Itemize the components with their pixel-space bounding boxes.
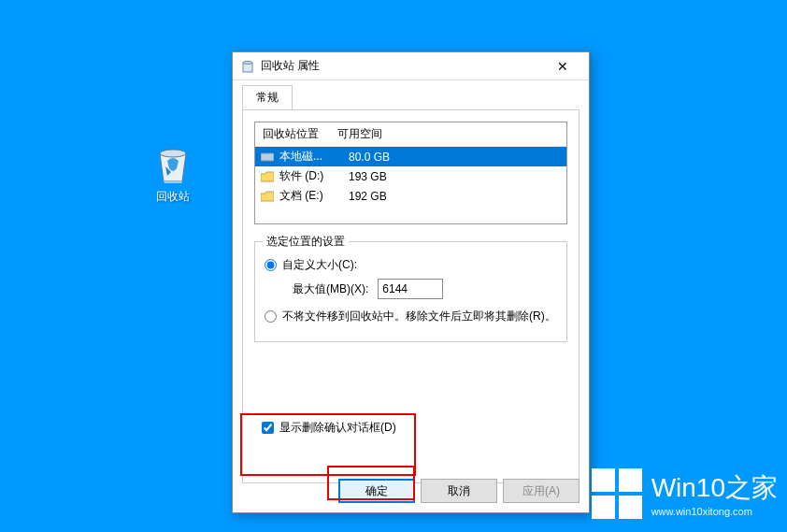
row-name: 本地磁...: [279, 149, 349, 165]
location-list[interactable]: 回收站位置 可用空间 本地磁... 80.0 GB 软件 (D:) 193 GB…: [254, 122, 567, 224]
watermark: Win10之家 www.win10xitong.com: [592, 468, 778, 519]
dialog-title: 回收站 属性: [261, 58, 544, 74]
list-row[interactable]: 本地磁... 80.0 GB: [255, 147, 566, 166]
list-row[interactable]: 软件 (D:) 193 GB: [255, 166, 566, 186]
header-location: 回收站位置: [255, 122, 330, 146]
radio-custom-size-label: 自定义大小(C):: [282, 257, 357, 273]
svg-point-0: [160, 150, 186, 157]
svg-point-2: [243, 61, 252, 64]
max-size-input[interactable]: [378, 279, 443, 299]
desktop-icon-recycle-bin[interactable]: 回收站: [140, 140, 206, 205]
watermark-title: Win10之家: [651, 470, 778, 506]
drive-icon: [261, 151, 274, 163]
row-space: 80.0 GB: [349, 151, 561, 164]
close-button[interactable]: ✕: [544, 59, 581, 74]
radio-direct-delete[interactable]: 不将文件移到回收站中。移除文件后立即将其删除(R)。: [265, 309, 557, 324]
highlight-box-ok: [327, 466, 415, 500]
apply-button[interactable]: 应用(A): [503, 479, 580, 503]
row-name: 文档 (E:): [279, 188, 349, 204]
recycle-bin-icon: [150, 140, 195, 185]
windows-logo-icon: [592, 468, 642, 519]
folder-icon: [261, 191, 274, 202]
cancel-button[interactable]: 取消: [421, 479, 497, 503]
folder-icon: [261, 171, 274, 182]
list-row[interactable]: 文档 (E:) 192 GB: [255, 186, 566, 206]
list-header: 回收站位置 可用空间: [255, 122, 566, 147]
radio-direct-delete-input[interactable]: [265, 310, 277, 323]
titlebar: 回收站 属性 ✕: [233, 52, 589, 80]
row-space: 193 GB: [349, 170, 561, 183]
row-space: 192 GB: [349, 190, 561, 203]
recycle-bin-small-icon: [240, 59, 255, 74]
row-name: 软件 (D:): [279, 168, 349, 184]
radio-direct-delete-label: 不将文件移到回收站中。移除文件后立即将其删除(R)。: [282, 309, 556, 324]
tab-strip: 常规: [233, 80, 589, 109]
recycle-bin-properties-dialog: 回收站 属性 ✕ 常规 回收站位置 可用空间 本地磁... 80.0 GB 软件…: [232, 51, 590, 513]
max-size-label: 最大值(MB)(X):: [293, 281, 368, 297]
tab-general[interactable]: 常规: [242, 85, 293, 110]
fieldset-legend: 选定位置的设置: [263, 234, 349, 250]
settings-fieldset: 选定位置的设置 自定义大小(C): 最大值(MB)(X): 不将文件移到回收站中…: [254, 241, 567, 342]
svg-rect-3: [261, 153, 274, 161]
desktop-icon-label: 回收站: [140, 189, 206, 205]
header-space: 可用空间: [330, 122, 566, 146]
radio-custom-size[interactable]: 自定义大小(C):: [265, 257, 557, 273]
radio-custom-size-input[interactable]: [265, 259, 277, 271]
watermark-url: www.win10xitong.com: [651, 506, 778, 517]
max-size-row: 最大值(MB)(X):: [293, 279, 557, 299]
